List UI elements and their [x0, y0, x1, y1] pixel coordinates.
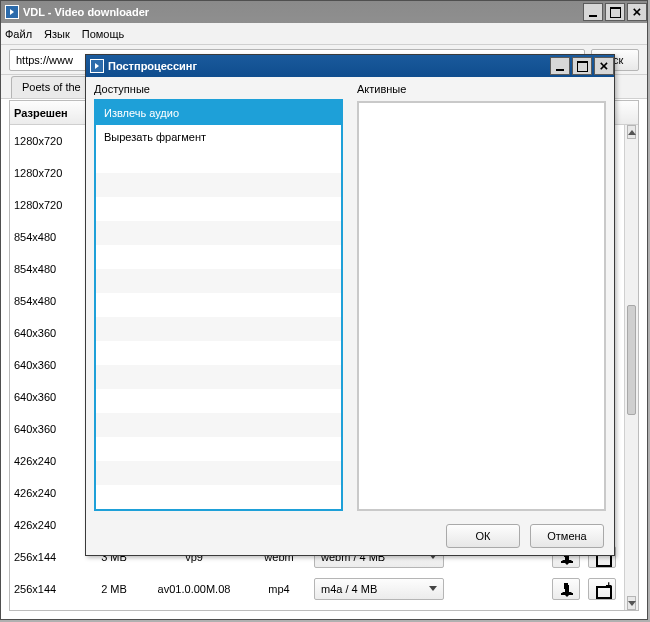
cell-resolution: 854x480: [14, 263, 84, 275]
cell-resolution: 1280x720: [14, 167, 84, 179]
active-column: Активные: [357, 83, 606, 511]
cell-resolution: 426x240: [14, 519, 84, 531]
available-column: Доступные Извлечь аудиоВырезать фрагмент: [94, 83, 343, 511]
list-item[interactable]: Извлечь аудио: [96, 101, 341, 125]
ok-button[interactable]: ОК: [446, 524, 520, 548]
cell-codec: av01.0.00M.08: [144, 583, 244, 595]
menubar: Файл Язык Помощь: [1, 23, 647, 45]
main-maximize-button[interactable]: [605, 3, 625, 21]
cell-resolution: 640x360: [14, 359, 84, 371]
cell-resolution: 640x360: [14, 423, 84, 435]
dialog-footer: ОК Отмена: [86, 517, 614, 555]
col-resolution: Разрешен: [14, 107, 68, 119]
cell-resolution: 426x240: [14, 455, 84, 467]
main-close-button[interactable]: [627, 3, 647, 21]
scroll-down-button[interactable]: [627, 596, 636, 610]
cell-ext: mp4: [244, 583, 314, 595]
active-list[interactable]: [357, 101, 606, 511]
list-item[interactable]: Вырезать фрагмент: [96, 125, 341, 149]
dialog-title: Постпроцессинг: [108, 60, 548, 72]
app-icon: [5, 5, 19, 19]
cell-resolution: 640x360: [14, 391, 84, 403]
cell-size: 2 MB: [84, 583, 144, 595]
tab-video[interactable]: Poets of the: [11, 76, 92, 98]
format-combo-label: m4a / 4 MB: [321, 583, 377, 595]
cell-resolution: 640x360: [14, 327, 84, 339]
add-to-queue-button[interactable]: [588, 578, 616, 600]
download-icon: [561, 561, 573, 563]
cell-resolution: 1280x720: [14, 135, 84, 147]
main-title: VDL - Video downloader: [23, 6, 581, 18]
cancel-button[interactable]: Отмена: [530, 524, 604, 548]
postprocessing-dialog: Постпроцессинг Доступные Извлечь аудиоВы…: [85, 54, 615, 556]
menu-lang[interactable]: Язык: [44, 28, 70, 40]
cell-resolution: 256x144: [14, 551, 84, 563]
download-button[interactable]: [552, 578, 580, 600]
table-row[interactable]: 256x1442 MBav01.0.00M.08mp4m4a / 4 MB: [10, 573, 624, 605]
dialog-maximize-button[interactable]: [572, 57, 592, 75]
chevron-down-icon: [429, 586, 437, 591]
format-combo[interactable]: m4a / 4 MB: [314, 578, 444, 600]
main-titlebar[interactable]: VDL - Video downloader: [1, 1, 647, 23]
dialog-titlebar[interactable]: Постпроцессинг: [86, 55, 614, 77]
scroll-up-button[interactable]: [627, 125, 636, 139]
menu-help[interactable]: Помощь: [82, 28, 125, 40]
cell-resolution: 1280x720: [14, 199, 84, 211]
dialog-icon: [90, 59, 104, 73]
download-icon: [561, 593, 573, 595]
grid-scrollbar[interactable]: [624, 125, 638, 610]
cell-resolution: 854x480: [14, 295, 84, 307]
active-label: Активные: [357, 83, 606, 101]
scroll-thumb[interactable]: [627, 305, 636, 415]
dialog-close-button[interactable]: [594, 57, 614, 75]
menu-file[interactable]: Файл: [5, 28, 32, 40]
available-list[interactable]: Извлечь аудиоВырезать фрагмент: [94, 99, 343, 511]
cell-resolution: 256x144: [14, 583, 84, 595]
available-label: Доступные: [94, 83, 343, 99]
cell-resolution: 426x240: [14, 487, 84, 499]
dialog-minimize-button[interactable]: [550, 57, 570, 75]
main-minimize-button[interactable]: [583, 3, 603, 21]
cell-resolution: 854x480: [14, 231, 84, 243]
